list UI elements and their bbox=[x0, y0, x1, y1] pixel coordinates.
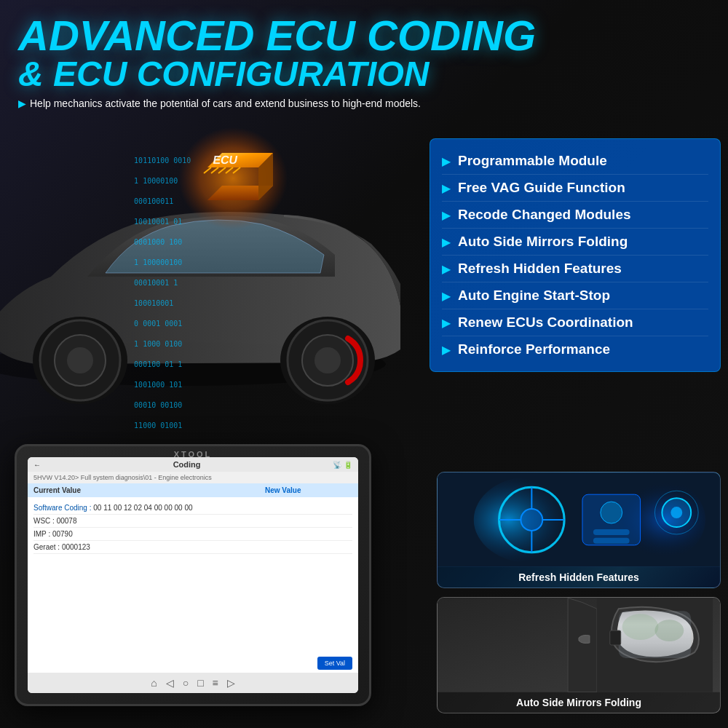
table-row: WSC : 00078 bbox=[33, 515, 352, 528]
feature-arrow-icon: ▶ bbox=[442, 235, 451, 249]
circle-nav-icon[interactable]: ○ bbox=[183, 677, 189, 689]
back-nav-icon[interactable]: ◁ bbox=[166, 677, 174, 689]
feature-item-6: ▶ Auto Engine Start-Stop bbox=[442, 282, 708, 309]
svg-point-35 bbox=[622, 614, 659, 640]
home-icon[interactable]: ⌂ bbox=[151, 677, 157, 689]
feature-item-1: ▶ Programmable Module bbox=[442, 148, 708, 175]
feature-item-3: ▶ Recode Changed Modules bbox=[442, 202, 708, 229]
main-title-line2: & ECU CONFIGURATION bbox=[18, 57, 710, 92]
forward-nav-icon[interactable]: ▷ bbox=[227, 677, 235, 689]
xtool-brand-label: XTOOL bbox=[174, 450, 213, 459]
tablet-topbar: ← Coding 📡 🔋 bbox=[28, 457, 358, 472]
feature-arrow-icon: ▶ bbox=[442, 181, 451, 195]
mirror-visual bbox=[438, 598, 720, 692]
feature-item-4: ▶ Auto Side Mirrors Folding bbox=[442, 229, 708, 256]
feature-text: Free VAG Guide Function bbox=[458, 180, 625, 196]
svg-point-20 bbox=[521, 509, 542, 531]
set-val-button[interactable]: Set Val bbox=[317, 657, 352, 670]
col-current-label: Current Value bbox=[33, 486, 265, 494]
svg-rect-28 bbox=[593, 538, 630, 544]
feature-arrow-icon: ▶ bbox=[442, 289, 451, 303]
auto-mirror-card: Auto Side Mirrors Folding bbox=[437, 597, 721, 713]
svg-point-26 bbox=[601, 502, 622, 523]
table-row: Software Coding : 00 11 00 12 02 04 00 0… bbox=[33, 502, 352, 515]
tablet-outer-frame: XTOOL ← Coding 📡 🔋 5HVW V14.20> Full sys… bbox=[15, 444, 371, 706]
tablet-icons: 📡 🔋 bbox=[333, 461, 352, 469]
feature-arrow-icon: ▶ bbox=[442, 262, 451, 276]
ecu-chip-graphic: ECU bbox=[167, 116, 298, 233]
svg-rect-37 bbox=[610, 630, 621, 645]
header-subtitle: Help mechanics activate the potential of… bbox=[18, 98, 710, 109]
feature-arrow-icon: ▶ bbox=[442, 208, 451, 222]
feature-text: Programmable Module bbox=[458, 153, 607, 169]
wsc-value: WSC : 00078 bbox=[33, 517, 76, 525]
feature-item-7: ▶ Renew ECUs Coordination bbox=[442, 309, 708, 336]
feature-text: Reinforce Performance bbox=[458, 341, 610, 357]
feature-item-5: ▶ Refresh Hidden Features bbox=[442, 256, 708, 282]
screen-title: Coding bbox=[173, 460, 201, 469]
features-panel: ▶ Programmable Module ▶ Free VAG Guide F… bbox=[430, 138, 721, 372]
table-header: Current Value New Value bbox=[28, 483, 358, 497]
tablet-breadcrumb: 5HVW V14.20> Full system diagnosis\01 - … bbox=[28, 472, 358, 483]
tablet-nav-bar: ⌂ ◁ ○ □ ≡ ▷ bbox=[28, 673, 358, 693]
table-row: IMP : 00790 bbox=[33, 528, 352, 541]
feature-text: Recode Changed Modules bbox=[458, 207, 631, 223]
tablet-screen: ← Coding 📡 🔋 5HVW V14.20> Full system di… bbox=[28, 457, 358, 693]
svg-point-8 bbox=[67, 347, 93, 373]
refresh-hidden-card: Refresh Hidden Features bbox=[437, 472, 721, 588]
dashboard-visual bbox=[438, 472, 720, 567]
feature-arrow-icon: ▶ bbox=[442, 316, 451, 330]
feature-item-2: ▶ Free VAG Guide Function bbox=[442, 175, 708, 202]
feature-item-8: ▶ Reinforce Performance bbox=[442, 336, 708, 363]
feature-arrow-icon: ▶ bbox=[442, 343, 451, 357]
software-coding-value: 00 11 00 12 02 04 00 00 00 00 bbox=[93, 504, 192, 512]
menu-nav-icon[interactable]: ≡ bbox=[213, 677, 218, 689]
back-icon: ← bbox=[33, 461, 41, 469]
refresh-hidden-label: Refresh Hidden Features bbox=[438, 567, 720, 587]
main-title-line1: ADVANCED ECU CODING bbox=[18, 15, 710, 57]
geraet-value: Geraet : 0000123 bbox=[33, 543, 90, 551]
software-coding-label: Software Coding : bbox=[33, 504, 93, 512]
feature-text: Auto Side Mirrors Folding bbox=[458, 234, 628, 250]
tablet-device: XTOOL ← Coding 📡 🔋 5HVW V14.20> Full sys… bbox=[15, 444, 371, 706]
table-body: Software Coding : 00 11 00 12 02 04 00 0… bbox=[28, 497, 358, 558]
feature-arrow-icon: ▶ bbox=[442, 154, 451, 168]
col-new-label: New Value bbox=[265, 486, 352, 494]
feature-text: Refresh Hidden Features bbox=[458, 261, 622, 277]
square-nav-icon[interactable]: □ bbox=[197, 677, 203, 689]
auto-mirror-label: Auto Side Mirrors Folding bbox=[438, 692, 720, 713]
svg-rect-27 bbox=[593, 529, 630, 535]
table-row: Geraet : 0000123 bbox=[33, 541, 352, 554]
svg-point-31 bbox=[670, 507, 682, 518]
svg-point-36 bbox=[654, 620, 684, 641]
imp-value: IMP : 00790 bbox=[33, 530, 73, 538]
info-cards-section: Refresh Hidden Features bbox=[437, 472, 721, 713]
feature-text: Auto Engine Start-Stop bbox=[458, 288, 610, 304]
svg-text:ECU: ECU bbox=[212, 153, 239, 166]
feature-text: Renew ECUs Coordination bbox=[458, 314, 633, 331]
header-section: ADVANCED ECU CODING & ECU CONFIGURATION … bbox=[7, 7, 721, 116]
